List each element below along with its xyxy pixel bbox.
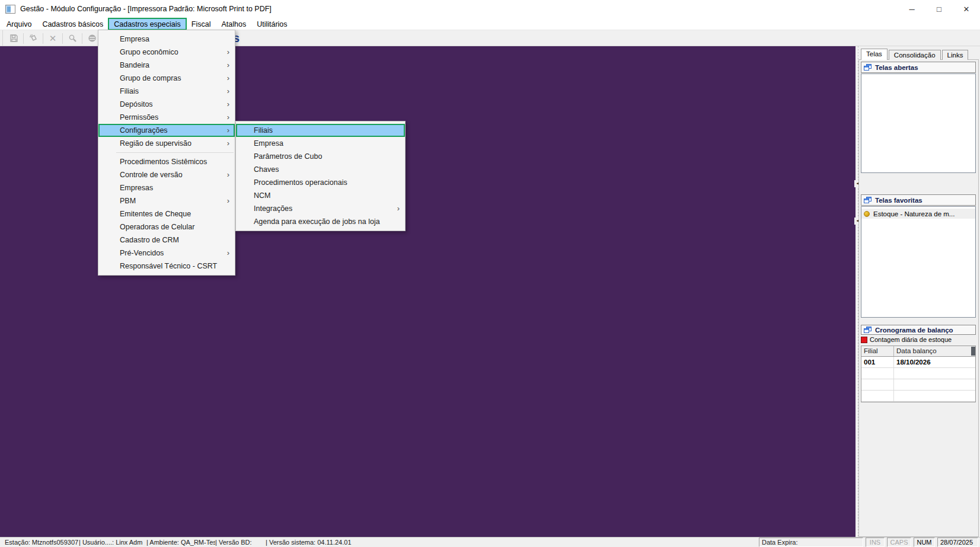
cadastros-especiais-menu: Empresa › Grupo econômico › Bandeira › G… xyxy=(98,30,235,276)
toolbar-strip: ✕ xyxy=(2,30,99,46)
menu-item[interactable]: Grupo de compras › xyxy=(98,72,235,85)
menu-item[interactable]: Operadoras de Celular › xyxy=(98,220,235,233)
menu-item[interactable]: Empresas › xyxy=(98,181,235,194)
menu-item[interactable]: Responsável Técnico - CSRT › xyxy=(98,260,235,273)
submenu-arrow-icon: › xyxy=(397,202,400,215)
data-expira-label: Data Expira: xyxy=(759,538,863,547)
submenu-arrow-icon: › xyxy=(227,124,229,137)
submenu-arrow-icon: › xyxy=(227,247,229,260)
menu-item[interactable]: Emitentes de Cheque › xyxy=(98,207,235,220)
menu-item[interactable]: Região de supervisão › xyxy=(98,137,235,150)
submenu-arrow-icon: › xyxy=(227,59,229,72)
web-icon[interactable] xyxy=(85,32,99,45)
menubar-item[interactable]: Atalhos xyxy=(216,18,251,30)
yellow-dot-icon xyxy=(864,211,870,217)
window-title: Gestão - Módulo Configuração - [Impresso… xyxy=(20,5,272,13)
sidebar-tabs: TelasConsolidaçãoLinks xyxy=(861,49,969,60)
sidebar-tab[interactable]: Links xyxy=(942,50,969,60)
submenu-arrow-icon: › xyxy=(227,137,229,150)
toolbar-separator xyxy=(23,33,24,44)
minimize-button[interactable]: ─ xyxy=(898,0,925,18)
status-bar: Estação: Mtznotfs059307| Usuário....: Li… xyxy=(0,537,980,547)
status-date: 28/07/2025 xyxy=(937,538,978,547)
cronograma-table-header: Filial Data balanço xyxy=(861,346,975,357)
column-header-data-balanco[interactable]: Data balanço xyxy=(894,346,975,356)
menu-item[interactable]: PBM › xyxy=(98,194,235,207)
close-button[interactable]: ✕ xyxy=(953,0,980,18)
table-row-empty xyxy=(861,391,975,402)
menu-item[interactable]: Bandeira › xyxy=(98,59,235,72)
table-scrollbar-thumb[interactable] xyxy=(971,347,975,356)
maximize-button[interactable]: □ xyxy=(925,0,953,18)
cronograma-table-body: 001 18/10/2026 xyxy=(861,357,975,368)
submenu-arrow-icon: › xyxy=(227,85,229,98)
menu-item[interactable]: Configurações › xyxy=(98,124,235,137)
lock-indicator: INS xyxy=(866,538,885,547)
cascade-windows-icon xyxy=(864,197,872,204)
menu-item[interactable]: Filiais › xyxy=(98,85,235,98)
favorite-screen-item[interactable]: Estoque - Natureza de m... xyxy=(861,209,975,219)
telas-abertas-list[interactable] xyxy=(861,73,976,173)
menubar-item[interactable]: Arquivo xyxy=(1,18,37,30)
lock-indicator: NUM xyxy=(914,538,935,547)
menu-item[interactable]: Procedimentos Sistêmicos › xyxy=(98,155,235,168)
status-segment: | Ambiente: QA_RM-Teste xyxy=(146,539,215,546)
submenu-item[interactable]: Filiais › xyxy=(236,124,405,137)
status-segments: Estação: Mtznotfs059307| Usuário....: Li… xyxy=(5,539,352,546)
column-header-filial[interactable]: Filial xyxy=(861,346,894,356)
menubar-item[interactable]: Cadastros básicos xyxy=(37,18,108,30)
app-window: Gestão - Módulo Configuração - [Impresso… xyxy=(0,0,980,547)
menubar-item[interactable]: Cadastros especiais xyxy=(108,18,186,30)
submenu-arrow-icon: › xyxy=(227,111,229,124)
telas-favoritas-header[interactable]: Telas favoritas xyxy=(861,194,976,206)
cronograma-header[interactable]: Cronograma de balanço xyxy=(861,325,976,335)
table-row[interactable]: 001 18/10/2026 xyxy=(861,357,975,368)
menu-bar: ArquivoCadastros básicosCadastros especi… xyxy=(0,18,980,30)
submenu-item[interactable]: Chaves › xyxy=(236,163,405,176)
submenu-arrow-icon: › xyxy=(227,194,229,207)
status-segment: | Versão BD: xyxy=(215,539,266,546)
submenu-item[interactable]: Parâmetros de Cubo › xyxy=(236,150,405,163)
red-square-icon xyxy=(861,337,867,343)
new-record-icon[interactable] xyxy=(26,32,40,45)
lock-indicator: CAPS xyxy=(887,538,911,547)
menu-item[interactable]: Empresa › xyxy=(98,33,235,46)
toolbar-separator xyxy=(82,33,82,44)
cronograma-legend: Contagem diária de estoque xyxy=(861,335,952,344)
submenu-item[interactable]: NCM › xyxy=(236,189,405,202)
telas-abertas-header[interactable]: Telas abertas xyxy=(861,62,976,73)
cascade-windows-icon xyxy=(864,64,872,71)
configuracoes-submenu: Filiais › Empresa › Parâmetros de Cubo ›… xyxy=(235,121,406,231)
menubar-item[interactable]: Fiscal xyxy=(186,18,216,30)
save-icon[interactable] xyxy=(7,32,21,45)
sidebar-tab[interactable]: Consolidação xyxy=(889,50,941,60)
search-icon[interactable] xyxy=(65,32,79,45)
menu-item[interactable]: Pré-Vencidos › xyxy=(98,247,235,260)
title-bar: Gestão - Módulo Configuração - [Impresso… xyxy=(0,0,980,18)
cronograma-table: Filial Data balanço 001 18/10/2026 xyxy=(861,346,976,402)
cascade-windows-icon xyxy=(864,327,872,334)
toolbar-separator xyxy=(62,33,63,44)
table-row-empty xyxy=(861,379,975,391)
status-segment: Estação: Mtznotfs059307 xyxy=(5,539,79,546)
menu-item[interactable]: Cadastro de CRM › xyxy=(98,233,235,247)
sidebar-tab[interactable]: Telas xyxy=(861,49,888,60)
menu-item[interactable]: Grupo econômico › xyxy=(98,46,235,59)
menu-item[interactable]: Depósitos › xyxy=(98,98,235,111)
menu-item[interactable]: Permissões › xyxy=(98,111,235,124)
submenu-item[interactable]: Integrações › xyxy=(236,202,405,215)
submenu-arrow-icon: › xyxy=(227,168,229,181)
submenu-arrow-icon: › xyxy=(227,72,229,85)
telas-favoritas-list: Estoque - Natureza de m... xyxy=(861,206,976,318)
submenu-item[interactable]: Agenda para execução de jobs na loja › xyxy=(236,215,405,228)
window-controls: ─ □ ✕ xyxy=(898,0,980,18)
delete-icon[interactable]: ✕ xyxy=(46,32,60,45)
toolbar-separator xyxy=(43,33,43,44)
status-segment: | Usuário....: Linx Adm xyxy=(79,539,146,546)
submenu-item[interactable]: Procedimentos operacionais › xyxy=(236,176,405,189)
status-segment: | Versão sistema: 04.11.24.01 xyxy=(266,539,352,546)
table-row-empty xyxy=(861,368,975,379)
menubar-item[interactable]: Utilitários xyxy=(251,18,292,30)
submenu-item[interactable]: Empresa › xyxy=(236,137,405,150)
menu-item[interactable]: Controle de versão › xyxy=(98,168,235,181)
